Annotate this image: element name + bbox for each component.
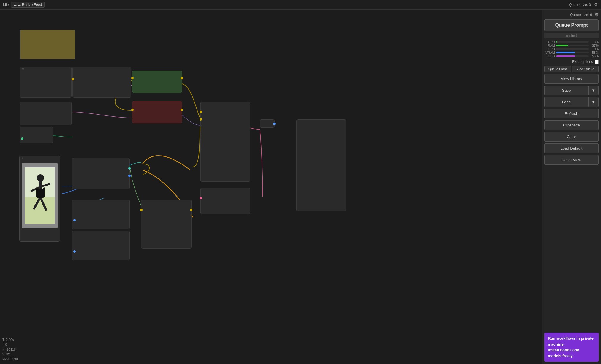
gpu-pct: 0%	[590, 47, 599, 51]
node-right-2[interactable]	[200, 188, 250, 214]
resize-icon: ⇄	[14, 3, 17, 7]
node-right-1[interactable]	[200, 102, 250, 182]
promo-line3: Install nodes and	[548, 348, 579, 352]
gpu-bar-bg	[556, 48, 589, 50]
save-button[interactable]: Save	[544, 86, 588, 95]
resize-feed-label: ⇄ Resize Feed	[18, 3, 42, 7]
vram-label: VRAM	[544, 51, 555, 54]
node-far-right-small[interactable]	[260, 119, 275, 128]
stat-fps: FPS:60.98	[2, 357, 18, 362]
extra-options-checkbox[interactable]	[595, 60, 599, 64]
stat-iterations: I: 0	[2, 342, 18, 347]
cpu-label: CPU	[544, 40, 555, 44]
topbar-left: Idle ⇄ ⇄ Resize Feed	[3, 2, 45, 8]
node-bottom-2[interactable]	[141, 200, 192, 249]
node-darkred[interactable]	[132, 101, 182, 123]
topbar-right: Queue size: 0 ⚙	[569, 2, 598, 7]
node-bottom-3[interactable]	[72, 231, 130, 260]
gpu-label: GPU	[544, 47, 555, 51]
hdd-pct: 59%	[590, 54, 599, 58]
hdd-label: HDD	[544, 54, 555, 58]
load-arrow-button[interactable]: ▼	[588, 97, 599, 107]
queue-prompt-button[interactable]: Queue Prompt	[544, 19, 599, 31]
cpu-pct: 3%	[590, 40, 599, 44]
node-mid-2[interactable]	[72, 158, 130, 189]
reset-view-button[interactable]: Reset View	[544, 155, 599, 165]
main-container: ◾	[0, 10, 601, 364]
save-arrow-button[interactable]: ▼	[588, 86, 599, 95]
load-default-button[interactable]: Load Default	[544, 143, 599, 153]
settings-icon[interactable]: ⚙	[594, 12, 599, 18]
ram-bar-bg	[556, 45, 589, 46]
svg-rect-1	[25, 197, 55, 224]
resource-meters: CPU 3% RAM 37% GPU 0% V	[544, 40, 599, 58]
node-far-right-large[interactable]	[296, 119, 346, 211]
canvas-area[interactable]: ◾	[0, 10, 542, 364]
hdd-row: HDD 59%	[544, 54, 599, 58]
save-button-group: Save ▼	[544, 86, 599, 95]
queue-buttons-row: Queue Front View Queue	[544, 66, 599, 72]
queue-size-label: Queue size: 0	[569, 3, 591, 7]
load-button-group: Load ▼	[544, 97, 599, 107]
resize-feed-button[interactable]: ⇄ ⇄ Resize Feed	[11, 2, 45, 8]
cpu-bar-bg	[556, 41, 589, 43]
promo-banner[interactable]: Run workflows in private machine; Instal…	[544, 333, 599, 362]
photo-preview	[22, 163, 58, 228]
node-mid-1[interactable]	[72, 67, 131, 98]
stat-vram: V: 32	[2, 352, 18, 357]
bottom-stats: T: 0.00s I: 0 N: 16 [16] V: 32 FPS:60.98	[2, 337, 18, 362]
status-label: Idle	[3, 3, 9, 7]
extra-options-label: Extra options	[572, 60, 593, 64]
gear-icon[interactable]: ⚙	[594, 2, 598, 7]
right-panel: Queue size: 0 ⚙ Queue Prompt cached CPU …	[542, 10, 601, 364]
stat-time: T: 0.00s	[2, 337, 18, 342]
gpu-row: GPU 0%	[544, 47, 599, 51]
node-left-3[interactable]	[20, 127, 53, 143]
ram-label: RAM	[544, 44, 555, 47]
refresh-button[interactable]: Refresh	[544, 109, 599, 118]
load-button[interactable]: Load	[544, 97, 588, 107]
svg-point-2	[37, 174, 44, 181]
queue-size-display: Queue size: 0	[570, 13, 592, 17]
stat-nodes: N: 16 [16]	[2, 347, 18, 352]
vram-bar-bg	[556, 52, 589, 53]
extra-options-row: Extra options	[544, 60, 599, 64]
image-preview-top	[20, 30, 75, 59]
queue-front-button[interactable]: Queue Front	[544, 66, 571, 72]
topbar: Idle ⇄ ⇄ Resize Feed Queue size: 0 ⚙	[0, 0, 601, 10]
node-left-2[interactable]	[20, 102, 72, 125]
promo-line4: models freely.	[548, 354, 573, 358]
node-left-1[interactable]: ◾	[20, 67, 72, 98]
view-queue-button[interactable]: View Queue	[572, 66, 599, 72]
vram-bar	[556, 52, 575, 53]
vram-pct: 58%	[590, 51, 599, 54]
queue-size-row: Queue size: 0 ⚙	[544, 12, 599, 18]
clear-button[interactable]: Clear	[544, 132, 599, 142]
clipspace-button[interactable]: Clipspace	[544, 120, 599, 130]
node-green[interactable]	[132, 71, 182, 93]
ram-row: RAM 37%	[544, 44, 599, 47]
hdd-bar	[556, 55, 575, 57]
cached-badge: cached	[544, 33, 599, 38]
ram-pct: 37%	[590, 44, 599, 47]
cpu-row: CPU 3%	[544, 40, 599, 44]
ram-bar	[556, 45, 568, 46]
photo-node[interactable]: ◾	[19, 156, 60, 242]
promo-line1: Run workflows in	[548, 336, 580, 341]
view-history-button[interactable]: View History	[544, 74, 599, 84]
cpu-bar	[556, 41, 557, 43]
vram-row: VRAM 58%	[544, 51, 599, 54]
node-bottom-1[interactable]	[72, 200, 130, 229]
hdd-bar-bg	[556, 55, 589, 57]
